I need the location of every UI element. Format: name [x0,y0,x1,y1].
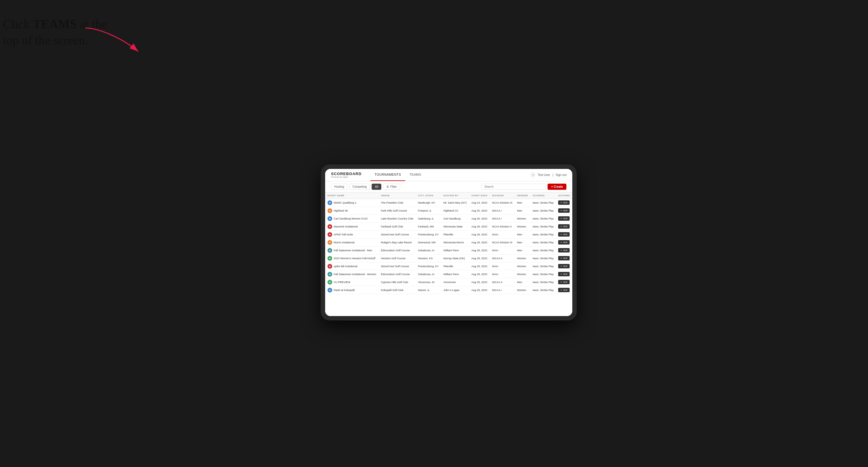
sign-out-link[interactable]: Sign out [556,173,566,177]
event-icon: ★ [328,200,332,205]
cell-date: Aug 26, 2023 [469,215,490,222]
cell-gender: Men [515,238,530,246]
cell-scoring: team, Stroke Play [530,199,556,207]
event-icon: ★ [328,256,332,261]
cell-division: NICAA I [490,207,515,215]
cell-event-name: ★ VU PREVIEW [325,278,378,286]
edit-button[interactable]: Edit [558,248,570,252]
cell-gender: Women [515,222,530,230]
cell-hosted: William Penn [441,246,469,254]
edit-button[interactable]: Edit [558,288,570,292]
cell-venue: Kokopelli Golf Club [378,286,415,294]
event-name-text: Maverick Invitational [334,225,358,228]
cell-city: Galesburg, IL [416,215,441,222]
cell-event-name: ★ Klash at Kokopelli [325,286,378,294]
event-name-text: Klash at Kokopelli [334,289,355,291]
cell-venue: Ruttger's Bay Lake Resort [378,238,415,246]
cell-city: Prestonsburg, KY [416,230,441,238]
cell-gender: Men [515,199,530,207]
edit-button[interactable]: Edit [558,272,570,276]
edit-button[interactable]: Edit [558,224,570,229]
toolbar: Hosting Competing All ☰ Filter + Create [325,181,572,192]
cell-date: Aug 28, 2023 [469,262,490,270]
edit-button[interactable]: Edit [558,264,570,268]
cell-scoring: team, Stroke Play [530,262,556,270]
cell-division: NICAA II [490,254,515,262]
cell-venue: Edmundson Golf Course [378,270,415,278]
event-name-text: UPKE Fall Invite [334,233,353,236]
create-button[interactable]: + Create [548,184,566,190]
cell-hosted: Vincennes [441,278,469,286]
cell-scoring: team, Stroke Play [530,238,556,246]
tab-hosting[interactable]: Hosting [331,184,347,190]
event-name-text: upike fall invitational [334,265,358,268]
cell-actions: Edit [556,270,572,278]
cell-city: Faribault, MN [416,222,441,230]
filter-label: Filter [390,185,397,188]
cell-event-name: ★ Highland 36 [325,207,378,215]
cell-division: NCAA Division II [490,222,515,230]
event-name-text: Morris Invitational [334,241,354,244]
cell-hosted: William Penn [441,270,469,278]
logo-title: SCOREBOARD [331,172,362,176]
cell-scoring: team, Stroke Play [530,254,556,262]
nav-tournaments[interactable]: TOURNAMENTS [370,169,405,181]
edit-button[interactable]: Edit [558,200,570,205]
table-header: EVENT NAME VENUE CITY, STATE HOSTED BY S… [325,192,572,199]
cell-hosted: Murray State (OK) [441,254,469,262]
edit-button[interactable]: Edit [558,256,570,260]
event-icon: ★ [328,240,332,245]
cell-event-name: ★ Maverick Invitational [325,222,378,230]
cell-venue: Hesston Golf Course [378,254,415,262]
cell-gender: Women [515,215,530,222]
cell-gender: Men [515,246,530,254]
cell-city: Vincennes, IN [416,278,441,286]
cell-division: NICAA I [490,215,515,222]
settings-icon[interactable]: ⚙ [530,173,535,177]
cell-date: Aug 28, 2023 [469,222,490,230]
cell-city: Prestonsburg, KY [416,262,441,270]
separator: | [553,173,554,177]
cell-venue: Faribault Golf Club [378,222,415,230]
col-actions: ACTIONS [556,192,572,199]
header-right: ⚙ Test User | Sign out [530,173,566,177]
edit-button[interactable]: Edit [558,240,570,245]
cell-actions: Edit [556,238,572,246]
app-header: SCOREBOARD Powered by clippit TOURNAMENT… [325,169,572,181]
table-row: ★ Morris Invitational Ruttger's Bay Lake… [325,238,572,246]
tournaments-table: EVENT NAME VENUE CITY, STATE HOSTED BY S… [325,192,572,294]
tab-all[interactable]: All [372,184,381,190]
cell-gender: Women [515,254,530,262]
nav-teams[interactable]: TEAMS [405,169,425,181]
cell-event-name: ★ Fall Statesmen Invitational - Men [325,246,378,254]
event-icon: ★ [328,224,332,229]
cell-venue: Lake Bracken Country Club [378,215,415,222]
cell-venue: The Powelton Club [378,199,415,207]
search-input[interactable] [481,184,546,190]
edit-button[interactable]: Edit [558,208,570,213]
cell-hosted: Mt. Saint Mary (NY) [441,199,469,207]
cell-actions: Edit [556,246,572,254]
filter-button[interactable]: ☰ Filter [383,184,400,190]
table-row: ★ Klash at Kokopelli Kokopelli Golf Club… [325,286,572,294]
edit-button[interactable]: Edit [558,280,570,284]
edit-button[interactable]: Edit [558,232,570,237]
cell-actions: Edit [556,199,572,207]
cell-venue: StoneCrest Golf Course [378,230,415,238]
cell-actions: Edit [556,222,572,230]
cell-hosted: Minnesota-Morris [441,238,469,246]
cell-date: Aug 28, 2023 [469,238,490,246]
col-city: CITY, STATE [416,192,441,199]
cell-gender: Women [515,270,530,278]
edit-button[interactable]: Edit [558,216,570,221]
cell-scoring: team, Stroke Play [530,270,556,278]
tab-competing[interactable]: Competing [349,184,370,190]
cell-hosted: Pikeville [441,262,469,270]
cell-scoring: team, Stroke Play [530,286,556,294]
cell-gender: Men [515,207,530,215]
cell-division: NAIA [490,246,515,254]
cell-scoring: team, Stroke Play [530,215,556,222]
cell-division: NAIA [490,270,515,278]
app-logo: SCOREBOARD Powered by clippit [331,172,362,178]
event-name-text: MSMC Qualifying 1 [334,201,356,204]
